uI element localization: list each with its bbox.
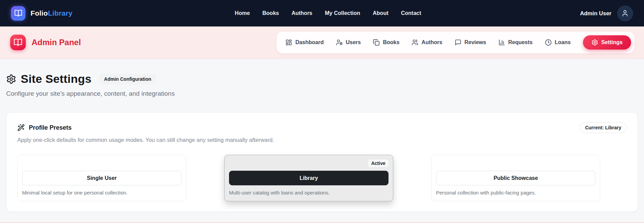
public-showcase-preset-button[interactable]: Public Showcase bbox=[436, 171, 595, 185]
nav-link-about[interactable]: About bbox=[373, 10, 389, 16]
page-title: Site Settings bbox=[21, 72, 92, 86]
preset-card-single-user: Single User Minimal local setup for one … bbox=[17, 155, 186, 201]
current-preset-badge: Current: Library bbox=[580, 122, 627, 133]
tab-label: Authors bbox=[421, 39, 442, 45]
single-user-preset-button[interactable]: Single User bbox=[22, 171, 182, 185]
preset-top-row: Active bbox=[229, 160, 389, 171]
main-content: Site Settings Admin Configuration Config… bbox=[0, 59, 644, 212]
preset-description: Personal collection with public-facing p… bbox=[436, 190, 595, 196]
nav-link-my-collection[interactable]: My Collection bbox=[325, 10, 360, 16]
preset-description: Multi-user catalog with loans and operat… bbox=[229, 190, 389, 196]
tab-label: Users bbox=[346, 39, 361, 45]
tab-label: Settings bbox=[601, 39, 623, 45]
nav-link-contact[interactable]: Contact bbox=[401, 10, 421, 16]
preset-top-row bbox=[436, 160, 595, 171]
nav-link-authors[interactable]: Authors bbox=[291, 10, 312, 16]
main-nav: Home Books Authors My Collection About C… bbox=[231, 10, 421, 16]
book-copy-icon bbox=[373, 39, 380, 46]
tab-label: Reviews bbox=[465, 39, 486, 45]
tab-label: Dashboard bbox=[295, 39, 324, 45]
gear-icon bbox=[6, 74, 16, 84]
layout-dashboard-icon bbox=[285, 39, 292, 46]
avatar[interactable] bbox=[617, 5, 633, 21]
preset-top-row bbox=[22, 160, 182, 171]
page-subtitle: Configure your site's appearance, conten… bbox=[6, 90, 638, 97]
tab-users[interactable]: Users bbox=[336, 39, 361, 46]
top-navbar: FolioLibrary Home Books Authors My Colle… bbox=[0, 0, 644, 26]
user-name: Admin User bbox=[580, 10, 611, 17]
message-square-icon bbox=[455, 39, 461, 46]
admin-brand: Admin Panel bbox=[10, 35, 81, 50]
preset-card-public-showcase: Public Showcase Personal collection with… bbox=[431, 155, 600, 201]
profile-presets-card: Profile Presets Current: Library Apply o… bbox=[6, 112, 638, 212]
wand-sparkles-icon bbox=[17, 124, 25, 131]
brand-name: FolioLibrary bbox=[31, 9, 73, 17]
tab-books[interactable]: Books bbox=[373, 39, 399, 46]
page-header: Site Settings Admin Configuration Config… bbox=[6, 59, 638, 97]
book-open-icon bbox=[10, 35, 26, 50]
gear-icon bbox=[591, 39, 598, 46]
admin-bar: Admin Panel Dashboard Users Books Author… bbox=[0, 26, 644, 59]
bar-chart-icon bbox=[498, 39, 505, 46]
tab-dashboard[interactable]: Dashboard bbox=[285, 39, 324, 46]
user-area: Admin User bbox=[580, 5, 633, 21]
tab-settings[interactable]: Settings bbox=[583, 35, 631, 50]
nav-link-home[interactable]: Home bbox=[235, 10, 250, 16]
tab-authors[interactable]: Authors bbox=[412, 39, 442, 46]
tab-requests[interactable]: Requests bbox=[498, 39, 533, 46]
brand[interactable]: FolioLibrary bbox=[11, 6, 73, 21]
user-cog-icon bbox=[336, 39, 343, 46]
clock-icon bbox=[545, 39, 552, 46]
admin-tabs: Dashboard Users Books Authors Reviews bbox=[277, 32, 634, 53]
user-icon bbox=[621, 10, 629, 17]
admin-configuration-badge: Admin Configuration bbox=[99, 74, 156, 85]
tab-label: Books bbox=[383, 39, 399, 45]
admin-panel-title: Admin Panel bbox=[32, 38, 81, 47]
tab-loans[interactable]: Loans bbox=[545, 39, 571, 46]
users-icon bbox=[412, 39, 418, 46]
card-description: Apply one-click defaults for common usag… bbox=[17, 137, 627, 143]
active-badge: Active bbox=[368, 160, 389, 167]
preset-grid: Single User Minimal local setup for one … bbox=[17, 155, 627, 201]
tab-label: Loans bbox=[555, 39, 571, 45]
tab-reviews[interactable]: Reviews bbox=[455, 39, 486, 46]
card-title: Profile Presets bbox=[29, 124, 72, 131]
tab-label: Requests bbox=[508, 39, 533, 45]
book-open-icon bbox=[11, 6, 25, 21]
nav-link-books[interactable]: Books bbox=[262, 10, 279, 16]
preset-card-library: Active Library Multi-user catalog with l… bbox=[224, 155, 393, 201]
preset-description: Minimal local setup for one personal col… bbox=[22, 190, 182, 196]
library-preset-button[interactable]: Library bbox=[229, 171, 389, 185]
